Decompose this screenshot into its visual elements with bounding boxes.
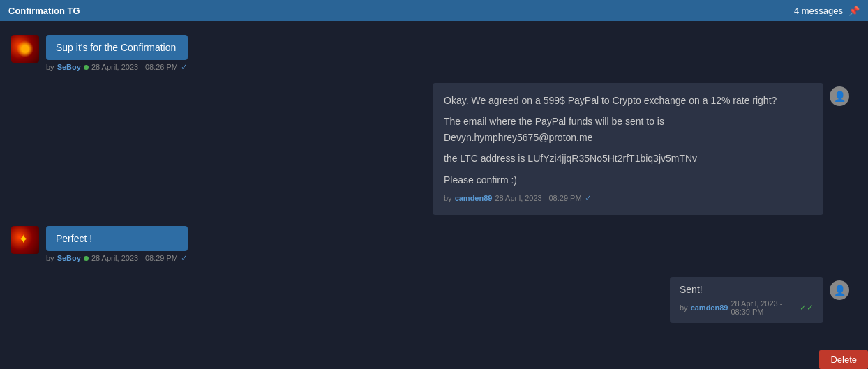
chat-area: Sup it's for the Confirmation by SeBoy 2… (0, 21, 868, 369)
sent-checkmark-icon: ✓✓ (800, 303, 814, 312)
message-line-3: the LTC address is LUfYzi4jjqR35No5Ht2rf… (444, 151, 812, 166)
avatar-3 (11, 226, 39, 254)
right-message-meta: by camden89 28 April, 2023 - 08:29 PM ✓ (444, 192, 812, 205)
bubble-left-3: Perfect ! by SeBoy 28 April, 2023 - 08:2… (46, 226, 188, 263)
pin-icon[interactable]: 📌 (848, 6, 860, 16)
sent-message-author: camden89 (691, 303, 728, 312)
right-avatar: 👤 (829, 86, 850, 107)
message-text: Sup it's for the Confirmation (56, 42, 176, 53)
online-indicator (84, 65, 89, 70)
messages-count: 4 messages (794, 6, 843, 16)
online-indicator-3 (84, 256, 89, 261)
right-message-row-4: Sent! by camden89 28 April, 2023 - 08:39… (11, 277, 850, 323)
message-meta: by SeBoy 28 April, 2023 - 08:26 PM ✓ (46, 62, 188, 72)
message-line-4: Please confirm :) (444, 172, 812, 188)
chat-title: Confirmation TG (8, 6, 80, 16)
right-message-timestamp: 28 April, 2023 - 08:29 PM (495, 193, 581, 205)
delete-button[interactable]: Delete (819, 350, 868, 369)
message-row-3: Perfect ! by SeBoy 28 April, 2023 - 08:2… (11, 226, 857, 263)
message-author-3: SeBoy (57, 254, 81, 262)
sent-message-timestamp: 28 April, 2023 - 08:39 PM (731, 299, 797, 316)
checkmark-icon: ✓ (181, 62, 188, 72)
message-bubble-3: Perfect ! (46, 226, 188, 251)
right-message-bubble: Okay. We agreed on a 599$ PayPal to Cryp… (433, 83, 823, 215)
message-timestamp: 28 April, 2023 - 08:26 PM (91, 63, 178, 71)
sent-bubble-wrap: Sent! by camden89 28 April, 2023 - 08:39… (670, 277, 850, 323)
message-line-1: Okay. We agreed on a 599$ PayPal to Cryp… (444, 93, 812, 108)
sent-message-meta: by camden89 28 April, 2023 - 08:39 PM ✓✓ (680, 299, 814, 316)
chat-header: Confirmation TG 4 messages 📌 (0, 0, 868, 21)
avatar-icon: 👤 (830, 86, 849, 106)
header-right: 4 messages 📌 (794, 6, 860, 16)
message-row: Sup it's for the Confirmation by SeBoy 2… (11, 35, 857, 72)
bubble-left: Sup it's for the Confirmation by SeBoy 2… (46, 35, 188, 72)
message-text-3: Perfect ! (56, 233, 92, 244)
sent-message-bubble: Sent! by camden89 28 April, 2023 - 08:39… (670, 277, 823, 323)
message-meta-3: by SeBoy 28 April, 2023 - 08:29 PM ✓ (46, 253, 188, 263)
avatar-icon-4: 👤 (830, 280, 849, 300)
avatar (11, 35, 39, 63)
sent-text: Sent! (680, 284, 814, 295)
checkmark-icon-3: ✓ (181, 253, 188, 263)
message-line-2: The email where the PayPal funds will be… (444, 114, 812, 145)
message-timestamp-3: 28 April, 2023 - 08:29 PM (91, 254, 178, 262)
right-checkmark-icon: ✓ (585, 192, 592, 205)
right-bubble-wrap: Okay. We agreed on a 599$ PayPal to Cryp… (433, 83, 850, 215)
right-message-author: camden89 (455, 193, 493, 205)
right-avatar-4: 👤 (829, 280, 850, 301)
right-message-row: Okay. We agreed on a 599$ PayPal to Cryp… (11, 83, 850, 215)
message-author: SeBoy (57, 63, 81, 71)
message-bubble: Sup it's for the Confirmation (46, 35, 188, 60)
